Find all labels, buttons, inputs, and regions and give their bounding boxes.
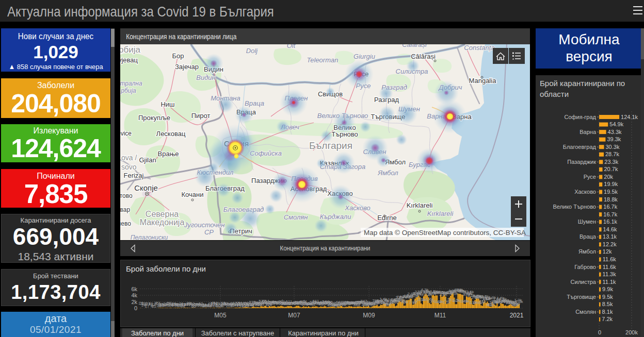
svg-text:Северна: Северна [146, 210, 179, 218]
svg-text:43.3k: 43.3k [608, 129, 622, 135]
svg-text:Kırklareli: Kırklareli [407, 201, 433, 209]
svg-text:16.1k: 16.1k [603, 218, 617, 225]
svg-text:20.7k: 20.7k [604, 166, 618, 172]
svg-text:Kırklareli: Kırklareli [427, 210, 454, 217]
svg-text:Кочани: Кочани [182, 191, 204, 198]
svg-text:Map data © OpenStreetMap contr: Map data © OpenStreetMap contributors, C… [364, 229, 526, 237]
svg-text:чево: чево [120, 220, 131, 227]
svg-text:16.7k: 16.7k [603, 211, 617, 217]
svg-text:sovo: sovo [121, 163, 137, 171]
svg-text:19.9k: 19.9k [604, 181, 618, 187]
svg-text:200k: 200k [625, 329, 638, 335]
svg-text:1.0k: 1.0k [470, 300, 478, 305]
svg-text:28.7k: 28.7k [605, 151, 619, 157]
svg-text:M09: M09 [363, 312, 375, 319]
svg-text:9.9k: 9.9k [602, 286, 613, 292]
svg-text:11.6k: 11.6k [603, 256, 617, 262]
svg-text:Македонија: Македонија [140, 218, 185, 227]
svg-text:Југоисточен: Југоисточен [184, 221, 225, 229]
svg-text:Ямбол: Ямбол [578, 248, 596, 255]
svg-text:Велико Търново: Велико Търново [553, 204, 596, 210]
svg-text:Хасково: Хасково [574, 189, 596, 195]
svg-text:Ниш: Ниш [160, 100, 174, 108]
svg-text:7.2k: 7.2k [602, 316, 613, 322]
svg-text:етово: етово [120, 192, 133, 199]
svg-text:12k: 12k [603, 248, 612, 255]
svg-text:8.5k: 8.5k [602, 301, 613, 307]
svg-text:Teleorman: Teleorman [307, 56, 339, 64]
svg-text:811: 811 [402, 299, 409, 304]
svg-text:Кърджали: Кърджали [320, 213, 351, 221]
svg-text:София-град: София-град [564, 114, 596, 120]
svg-text:Смолян: Смолян [575, 309, 596, 315]
svg-text:ovice: ovice [120, 130, 132, 137]
svg-text:Olt: Olt [287, 44, 296, 49]
svg-text:1.3k: 1.3k [515, 299, 523, 304]
svg-text:трална: трална [120, 80, 142, 87]
svg-text:Giurgiu: Giurgiu [353, 53, 375, 60]
svg-text:ova /: ova / [121, 154, 137, 162]
svg-text:Шумен: Шумен [578, 218, 596, 225]
svg-text:0: 0 [134, 305, 137, 311]
svg-text:14.6k: 14.6k [603, 226, 617, 232]
svg-text:Враца: Враца [245, 99, 264, 107]
svg-text:9.5k: 9.5k [602, 294, 613, 300]
svg-text:Лесковац: Лесковац [156, 130, 186, 138]
svg-text:11.1k: 11.1k [603, 279, 617, 285]
svg-text:Смолян: Смолян [284, 213, 308, 221]
svg-text:Силистра: Силистра [571, 279, 597, 285]
svg-text:16.7k: 16.7k [603, 204, 617, 210]
svg-text:8.1k: 8.1k [602, 309, 613, 315]
svg-text:18.8k: 18.8k [604, 196, 618, 203]
svg-text:13.1k: 13.1k [603, 233, 617, 240]
svg-text:Търговище: Търговище [567, 294, 596, 300]
svg-text:България: България [309, 140, 352, 151]
svg-text:Пелагониски: Пелагониски [131, 234, 168, 240]
svg-text:Edirne: Edirne [377, 214, 397, 222]
svg-text:11.6k: 11.6k [603, 264, 617, 270]
svg-text:124.1k: 124.1k [621, 114, 638, 120]
svg-text:54.9k: 54.9k [609, 121, 623, 127]
svg-text:Варна: Варна [579, 129, 597, 135]
svg-text:M07: M07 [288, 312, 300, 319]
svg-text:Călărași: Călărași [402, 44, 427, 48]
svg-text:2021: 2021 [510, 312, 524, 319]
svg-text:Dolj: Dolj [246, 47, 259, 55]
svg-text:Русе: Русе [584, 174, 596, 180]
svg-text:Ямбол: Ямбол [377, 169, 398, 177]
svg-text:Благоевград: Благоевград [563, 144, 597, 150]
svg-text:рбија: рбија [120, 45, 141, 55]
svg-text:Бор: Бор [172, 52, 184, 60]
svg-text:2k: 2k [131, 299, 137, 305]
svg-text:Габрово: Габрово [574, 264, 596, 270]
svg-text:Пирот: Пирот [191, 112, 211, 120]
svg-text:M05: M05 [214, 312, 227, 319]
svg-text:19.5k: 19.5k [604, 189, 618, 195]
svg-text:20k: 20k [604, 174, 613, 180]
svg-text:Călărași: Călărași [411, 53, 436, 60]
svg-text:Зајечар: Зајечар [175, 63, 199, 71]
svg-text:23.3k: 23.3k [604, 159, 618, 165]
svg-text:Врање: Врање [158, 150, 179, 158]
svg-text:Враца: Враца [579, 233, 597, 240]
svg-text:Прокупље: Прокупље [138, 114, 170, 122]
svg-text:Gjilan: Gjilan [139, 156, 156, 164]
svg-text:Constanța: Constanța [464, 44, 494, 52]
svg-text:30.3k: 30.3k [606, 144, 620, 150]
svg-text:6k: 6k [131, 286, 137, 292]
svg-text:СР: СР [204, 228, 214, 236]
svg-text:M11: M11 [434, 312, 446, 319]
svg-text:Скопје: Скопје [134, 183, 158, 192]
svg-text:0: 0 [598, 329, 601, 335]
svg-text:ујевац: ујевац [120, 56, 138, 64]
svg-text:11.3k: 11.3k [603, 271, 617, 277]
svg-text:рбија: рбија [120, 87, 136, 94]
svg-text:Видин: Видин [196, 74, 215, 81]
svg-text:1.5k: 1.5k [444, 297, 452, 302]
svg-text:39.3k: 39.3k [607, 136, 621, 142]
svg-text:12.2k: 12.2k [603, 241, 617, 247]
svg-text:Ferizaj: Ferizaj [123, 172, 143, 179]
svg-text:4k: 4k [131, 292, 137, 298]
svg-text:ивар: ивар [120, 206, 130, 213]
svg-text:Пазарджик: Пазарджик [567, 159, 596, 165]
